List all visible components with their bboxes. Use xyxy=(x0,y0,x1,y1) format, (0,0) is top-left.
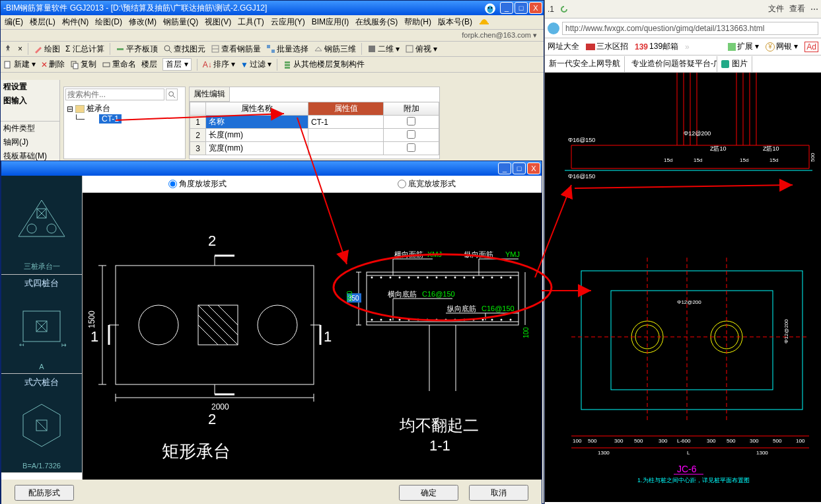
refresh-icon[interactable] xyxy=(559,5,569,14)
svg-text:1300: 1300 xyxy=(598,450,610,456)
search-input[interactable] xyxy=(65,89,164,100)
svg-line-44 xyxy=(198,315,228,345)
rename-button[interactable]: 重命名 xyxy=(102,59,136,70)
prop-value[interactable] xyxy=(308,129,383,142)
menu-cloud[interactable]: 云应用(Y) xyxy=(271,17,305,28)
bank-button[interactable]: ¥网银 ▾ xyxy=(766,41,798,52)
menu-component[interactable]: 构件(N) xyxy=(62,17,89,28)
menu-rebar[interactable]: 钢筋量(Q) xyxy=(163,17,198,28)
svg-rect-5 xyxy=(117,48,124,50)
prop-extra-check[interactable] xyxy=(407,130,415,139)
prop-extra-check[interactable] xyxy=(407,143,415,152)
svg-text:Φ12@200: Φ12@200 xyxy=(677,299,701,305)
thumb-item[interactable]: 式四桩台 ↤↦ A xyxy=(1,275,82,374)
close-button[interactable]: X xyxy=(529,2,542,14)
pin-icon[interactable] xyxy=(3,44,13,54)
menu-bim[interactable]: BIM应用(I) xyxy=(312,17,349,28)
overlook-select[interactable]: 俯视 ▾ xyxy=(405,44,437,55)
view-rebar-button[interactable]: 查看钢筋量 xyxy=(211,44,261,55)
maximize-button[interactable]: □ xyxy=(515,2,528,14)
login-user[interactable]: forpk.chen@163.com ▾ xyxy=(1,30,544,42)
cancel-button[interactable]: 取消 xyxy=(469,485,528,501)
sum-button[interactable]: Σ 汇总计算 xyxy=(65,44,104,55)
menu-version[interactable]: 版本号(B) xyxy=(438,17,472,28)
batch-select-button[interactable]: 批量选择 xyxy=(266,44,308,55)
svg-point-85 xyxy=(371,319,373,321)
property-tab[interactable]: 属性编辑 xyxy=(190,87,230,102)
hardhat-icon[interactable] xyxy=(479,17,489,26)
menu-online[interactable]: 在线服务(S) xyxy=(355,17,398,28)
svg-text:2: 2 xyxy=(208,233,216,249)
copy-button[interactable]: 复制 xyxy=(70,59,96,70)
tree-root[interactable]: ⊟ 桩承台 xyxy=(67,103,182,114)
thumb-item[interactable]: 式六桩台 B=A/1.7326 xyxy=(1,374,82,473)
cad-image[interactable]: Φ16@150 Φ12@200 Z筋10 Z筋10 15d 15d 15d 15… xyxy=(545,73,821,502)
radio-angle[interactable]: 角度放坡形式 xyxy=(168,178,227,190)
dialog-titlebar[interactable]: _ □ X xyxy=(1,161,542,176)
prop-value[interactable]: CT-1 xyxy=(308,116,383,129)
ext-button[interactable]: 扩展 ▾ xyxy=(728,41,759,52)
menu-help[interactable]: 帮助(H) xyxy=(404,17,431,28)
minimize-button[interactable]: _ xyxy=(500,2,513,14)
search-icon[interactable] xyxy=(166,89,178,100)
dlg-minimize-button[interactable]: _ xyxy=(498,162,511,174)
dlg-maximize-button[interactable]: □ xyxy=(513,162,526,174)
svg-text:L: L xyxy=(687,450,690,456)
menu-view[interactable]: 视图(V) xyxy=(205,17,231,28)
view-2d-select[interactable]: 二维 ▾ xyxy=(367,44,400,55)
menu-view[interactable]: 查看 xyxy=(789,3,805,15)
browser-tab[interactable]: 图片 xyxy=(717,56,752,72)
filter-button[interactable]: ▼过滤 ▾ xyxy=(240,59,271,70)
delete-button[interactable]: ✕ 删除 xyxy=(41,59,65,70)
fav-item[interactable]: 三水区招 xyxy=(586,41,628,52)
rebar-3d-button[interactable]: 钢筋三维 xyxy=(314,44,356,55)
svg-point-89 xyxy=(408,319,410,321)
ad-badge[interactable]: Ad xyxy=(804,42,818,52)
prop-name[interactable]: 宽度(mm) xyxy=(206,142,308,155)
prop-value[interactable] xyxy=(308,142,383,155)
svg-text:500: 500 xyxy=(634,438,643,444)
menu-modify[interactable]: 修改(M) xyxy=(129,17,157,28)
thumbnail-list[interactable]: 三桩承台一 式四桩台 ↤↦ A 式六桩台 B=A/1.7326 xyxy=(1,176,83,480)
level-board-button[interactable]: 平齐板顶 xyxy=(116,44,158,55)
prop-name[interactable]: 名称 xyxy=(206,116,308,129)
menu-floor[interactable]: 楼层(L) xyxy=(30,17,55,28)
nav-item[interactable]: 轴网(J) xyxy=(1,135,59,149)
menu-draw[interactable]: 绘图(D) xyxy=(95,17,122,28)
fav-item[interactable]: 网址大全 xyxy=(548,41,579,52)
prop-name[interactable]: 长度(mm) xyxy=(206,129,308,142)
qq-icon[interactable] xyxy=(484,3,496,13)
address-bar: http://www.fwxgx.com/question/gimq/detai… xyxy=(545,18,821,38)
nav-header-1: 程设置 xyxy=(1,80,59,94)
new-button[interactable]: 新建 ▾ xyxy=(3,59,36,70)
menu-more-icon[interactable]: ⋯ xyxy=(810,5,818,14)
browser-tabs: 新一代安全上网导航 专业造价问题答疑平台-广联达× 图片 xyxy=(545,55,821,73)
menu-tools[interactable]: 工具(T) xyxy=(238,17,264,28)
property-table: 属性名称 属性值 附加 1 名称 CT-1 2 长度(mm) 3 xyxy=(190,102,439,155)
svg-rect-131 xyxy=(545,73,821,486)
prop-extra-check[interactable] xyxy=(407,117,415,126)
radio-width[interactable]: 底宽放坡形式 xyxy=(398,178,456,190)
floor-select[interactable]: 首层 ▾ xyxy=(162,58,191,71)
nav-item[interactable]: 构件类型 xyxy=(1,122,59,135)
menu-file[interactable]: 文件 xyxy=(768,3,784,15)
tree-leaf[interactable]: CT-1 xyxy=(99,114,122,124)
draw-button[interactable]: 绘图 xyxy=(34,44,60,55)
find-graph-button[interactable]: 查找图元 xyxy=(163,44,205,55)
svg-rect-38 xyxy=(116,266,314,384)
drawing-canvas[interactable]: 2000 1500 1 1 2 2 矩形承台 xyxy=(83,193,542,480)
thumb-item[interactable]: 三桩承台一 xyxy=(1,176,82,275)
url-field[interactable]: http://www.fwxgx.com/question/gimq/detai… xyxy=(562,22,818,35)
menu-edit[interactable]: 编(E) xyxy=(5,17,23,28)
svg-point-71 xyxy=(390,277,392,279)
browser-tab[interactable]: 专业造价问题答疑平台-广联达× xyxy=(625,56,717,72)
fav-item[interactable]: 139139邮箱 xyxy=(635,41,678,52)
ok-button[interactable]: 确定 xyxy=(399,485,458,501)
col-rownum xyxy=(190,102,206,116)
dlg-close-button[interactable]: X xyxy=(527,162,540,174)
svg-text:15d: 15d xyxy=(664,157,672,163)
copy-from-floors-button[interactable]: 从其他楼层复制构件 xyxy=(283,59,365,70)
sort-button[interactable]: A↓排序 ▾ xyxy=(203,59,235,70)
browser-tab[interactable]: 新一代安全上网导航 xyxy=(545,56,625,72)
rebar-form-button[interactable]: 配筋形式 xyxy=(15,485,74,501)
